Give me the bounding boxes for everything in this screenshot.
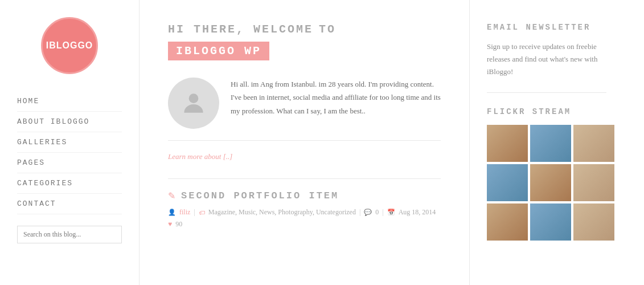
page-wrapper: IBLOGGO HOME ABOUT IBLOGGO GALLERIES PAG… bbox=[0, 0, 644, 285]
site-logo[interactable]: IBLOGGO bbox=[41, 17, 98, 74]
flickr-photo-2[interactable] bbox=[530, 125, 571, 162]
flickr-photo-8[interactable] bbox=[530, 203, 571, 241]
flickr-photo-4[interactable] bbox=[487, 164, 528, 201]
author-link[interactable]: filiz bbox=[179, 208, 190, 217]
flickr-title: FLICKR STREAM bbox=[487, 107, 606, 116]
sidebar-item-contact[interactable]: CONTACT bbox=[17, 194, 122, 214]
search-input[interactable] bbox=[17, 226, 122, 243]
main-content: HI THERE, WELCOME TO IBLOGGO WP Hi all. … bbox=[140, 0, 470, 285]
flickr-photo-5[interactable] bbox=[530, 164, 571, 201]
welcome-to: TO bbox=[319, 23, 336, 36]
avatar-icon bbox=[179, 89, 208, 117]
comment-icon: 💬 bbox=[364, 209, 372, 216]
portfolio-meta: 👤 filiz | 🏷 Magazine, Music, News, Photo… bbox=[168, 208, 441, 229]
calendar-icon: 📅 bbox=[387, 209, 395, 216]
author-avatar bbox=[168, 78, 219, 129]
welcome-body: Hi all. im Ang from Istanbul. im 28 year… bbox=[231, 78, 441, 129]
flickr-photo-7[interactable] bbox=[487, 203, 528, 241]
portfolio-title: SECOND PORTFOLIO ITEM bbox=[181, 190, 339, 201]
sidebar-item-pages[interactable]: PAGES bbox=[17, 153, 122, 173]
portfolio-comments: 0 bbox=[375, 208, 379, 217]
flickr-photo-3[interactable] bbox=[573, 125, 614, 162]
sidebar-item-about[interactable]: ABOUT IBLOGGO bbox=[17, 112, 122, 132]
learn-more-link[interactable]: Learn more about [..] bbox=[168, 152, 441, 161]
flickr-grid bbox=[487, 125, 606, 241]
sidebar-item-categories[interactable]: CATEGORIES bbox=[17, 173, 122, 194]
logo-text: IBLOGGO bbox=[46, 40, 93, 51]
welcome-section: Hi all. im Ang from Istanbul. im 28 year… bbox=[168, 78, 441, 141]
heart-icon: ♥ bbox=[168, 220, 172, 229]
welcome-highlight: IBLOGGO WP bbox=[168, 42, 269, 60]
flickr-photo-9[interactable] bbox=[573, 203, 614, 241]
svg-point-0 bbox=[189, 93, 199, 103]
tag-icon: 🏷 bbox=[199, 209, 205, 216]
right-sidebar: EMAIL NEWSLETTER Sign up to receive upda… bbox=[470, 0, 624, 285]
welcome-prefix: HI THERE, WELCOME bbox=[168, 23, 313, 36]
portfolio-title-row: ✎ SECOND PORTFOLIO ITEM bbox=[168, 190, 441, 201]
flickr-photo-6[interactable] bbox=[573, 164, 614, 201]
portfolio-likes: 90 bbox=[175, 220, 182, 229]
widget-divider bbox=[487, 92, 606, 93]
sidebar-item-home[interactable]: HOME bbox=[17, 91, 122, 112]
portfolio-categories: Magazine, Music, News, Photography, Unca… bbox=[208, 208, 356, 217]
user-icon: 👤 bbox=[168, 209, 176, 216]
flickr-photo-1[interactable] bbox=[487, 125, 528, 162]
portfolio-date: Aug 18, 2014 bbox=[399, 208, 436, 217]
newsletter-title: EMAIL NEWSLETTER bbox=[487, 23, 606, 32]
sidebar: IBLOGGO HOME ABOUT IBLOGGO GALLERIES PAG… bbox=[0, 0, 140, 285]
main-nav: HOME ABOUT IBLOGGO GALLERIES PAGES CATEG… bbox=[0, 91, 139, 214]
newsletter-text: Sign up to receive updates on freebie re… bbox=[487, 40, 606, 78]
sidebar-item-galleries[interactable]: GALLERIES bbox=[17, 132, 122, 153]
edit-icon: ✎ bbox=[168, 190, 175, 201]
section-divider bbox=[168, 178, 441, 179]
welcome-heading: HI THERE, WELCOME TO IBLOGGO WP bbox=[168, 23, 441, 60]
